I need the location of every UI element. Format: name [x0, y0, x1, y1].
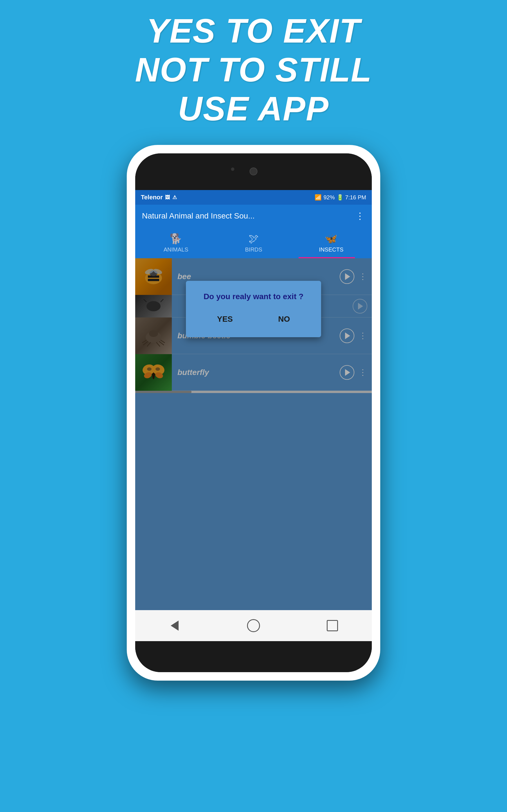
- clock: 7:16 PM: [345, 194, 366, 201]
- animals-icon: 🐕: [170, 233, 182, 245]
- tab-bar: 🐕 ANIMALS 🕊 BIRDS 🦋 INSECTS: [135, 227, 372, 258]
- battery-percent: 92%: [323, 194, 335, 201]
- status-right: 📶 92% 🔋 7:16 PM: [315, 194, 366, 201]
- carrier-name: Telenor: [141, 194, 163, 201]
- dialog-no-button[interactable]: NO: [273, 312, 296, 326]
- warning-icon: ⚠: [172, 194, 177, 200]
- app-bar: Natural Animal and Insect Sou... ⋮: [135, 205, 372, 227]
- phone-body: Telenor 🖼 ⚠ 📶 92% 🔋 7:16 PM Natural Anim…: [135, 153, 372, 672]
- app-title: Natural Animal and Insect Sou...: [142, 211, 255, 220]
- phone-top-bezel: [135, 153, 372, 190]
- phone-screen: Telenor 🖼 ⚠ 📶 92% 🔋 7:16 PM Natural Anim…: [135, 190, 372, 641]
- back-icon: [171, 620, 179, 631]
- insects-icon: 🦋: [325, 233, 337, 245]
- header-text: YES TO EXIT NOT TO STILL USE APP: [135, 11, 372, 128]
- bottom-nav: [135, 610, 372, 641]
- phone-camera: [249, 167, 258, 175]
- dialog-yes-button[interactable]: YES: [211, 312, 238, 326]
- tab-birds[interactable]: 🕊 BIRDS: [237, 231, 271, 255]
- dialog-buttons: YES NO: [194, 312, 313, 326]
- nav-back-button[interactable]: [166, 617, 183, 634]
- tab-animals[interactable]: 🐕 ANIMALS: [155, 231, 197, 255]
- animals-label: ANIMALS: [164, 246, 188, 253]
- birds-label: BIRDS: [245, 246, 262, 253]
- signal-icon: 📶: [315, 194, 322, 201]
- nav-home-button[interactable]: [245, 617, 262, 634]
- app-menu-button[interactable]: ⋮: [355, 211, 365, 221]
- battery-icon: 🔋: [337, 194, 344, 201]
- recent-icon: [327, 620, 338, 631]
- dialog-message: Do you realy want to exit ?: [204, 292, 304, 301]
- insects-label: INSECTS: [319, 246, 344, 253]
- dialog-overlay: Do you realy want to exit ? YES NO: [135, 258, 372, 610]
- tab-insects[interactable]: 🦋 INSECTS: [311, 231, 352, 255]
- status-left: Telenor 🖼 ⚠: [141, 194, 177, 201]
- header-line1: YES TO EXIT: [147, 12, 360, 50]
- home-icon: [247, 619, 260, 632]
- status-bar: Telenor 🖼 ⚠ 📶 92% 🔋 7:16 PM: [135, 190, 372, 205]
- phone-speaker: [231, 167, 234, 171]
- photo-icon: 🖼: [165, 195, 170, 200]
- birds-icon: 🕊: [249, 233, 259, 245]
- nav-recent-button[interactable]: [324, 617, 341, 634]
- exit-dialog: Do you realy want to exit ? YES NO: [186, 281, 321, 337]
- content-list: bee ⋮: [135, 258, 372, 610]
- phone-bottom-bezel: [135, 641, 372, 672]
- phone-outer: Telenor 🖼 ⚠ 📶 92% 🔋 7:16 PM Natural Anim…: [127, 145, 380, 680]
- header-line3: USE APP: [178, 90, 329, 128]
- header-line2: NOT TO STILL: [135, 51, 372, 89]
